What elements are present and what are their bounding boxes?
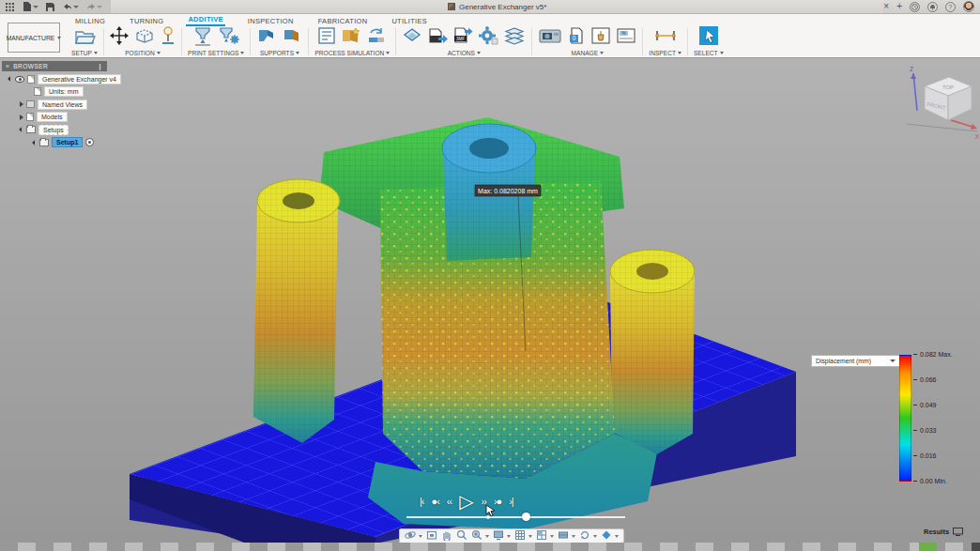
group-print-settings-label[interactable]: PRINT SETTINGS [188,50,244,56]
undo-button[interactable] [62,2,79,12]
select-tool-icon[interactable] [698,25,719,50]
notification-bell-icon[interactable] [927,2,938,12]
group-supports-label[interactable]: SUPPORTS [260,50,299,56]
user-avatar[interactable] [963,1,974,12]
look-at-icon[interactable] [426,528,437,543]
tree-row-named-views[interactable]: Named Views [2,99,180,110]
simulation-display-caret-icon[interactable] [615,535,619,538]
grid-snaps-caret-icon[interactable] [528,535,532,538]
setups-label[interactable]: Setups [38,125,69,135]
group-manage-label[interactable]: MANAGE [572,50,605,56]
pan-icon[interactable] [441,528,452,543]
orbit-caret-icon[interactable] [419,535,422,538]
refresh-icon[interactable] [579,528,590,543]
machine-display-caret-icon[interactable] [572,535,575,538]
support-generate-icon[interactable] [256,26,277,49]
generate-icon[interactable] [402,26,422,49]
save-button[interactable] [45,2,55,12]
redo-button[interactable] [85,2,102,12]
tree-row-setup1[interactable]: Setup1 [2,137,180,147]
group-inspect-label[interactable]: INSPECT [649,50,681,56]
new-tab-button[interactable]: + [896,2,902,11]
task-manager-icon[interactable]: % [616,26,636,49]
browser-pin-icon[interactable]: ❙ [98,63,103,70]
workspace-selector[interactable]: MANUFACTURE [8,23,60,53]
layers-icon[interactable] [503,26,526,49]
units-label[interactable]: Units: mm [44,86,84,97]
active-setup-radio-icon[interactable] [85,138,94,146]
tab-fabrication[interactable]: FABRICATION [316,15,370,26]
collapse-icon[interactable] [20,115,23,120]
viewport-canvas[interactable]: Max: 0.0820208 mm « BROWSER ❙ Generative… [0,58,980,543]
visibility-eye-icon[interactable] [15,76,24,83]
support-edit-icon[interactable] [282,26,302,49]
tab-milling[interactable]: MILLING [73,15,107,26]
simulation-display-icon[interactable] [601,528,612,543]
expand-icon[interactable] [8,76,13,82]
close-tab-button[interactable]: × [883,2,889,11]
tab-inspection[interactable]: INSPECTION [246,15,296,26]
zoom-icon[interactable] [456,528,467,543]
display-settings-caret-icon[interactable] [507,535,511,538]
machine-library-icon[interactable] [538,26,562,49]
settings-gear-icon[interactable] [478,26,498,49]
tree-row-root[interactable]: Generative Exchanger v4 [2,74,180,84]
simulation-sync-icon[interactable] [366,26,387,49]
root-component-label[interactable]: Generative Exchanger v4 [38,74,121,84]
expand-icon[interactable] [32,140,38,145]
probe-icon[interactable] [161,25,176,50]
grid-snaps-icon[interactable] [514,528,526,543]
scrubber-handle[interactable] [522,513,530,521]
tree-row-models[interactable]: Models [2,112,180,122]
named-views-label[interactable]: Named Views [38,99,87,110]
job-status-icon[interactable] [910,2,920,12]
go-to-end-button[interactable]: ›| [509,497,513,507]
expand-icon[interactable] [19,127,24,132]
tree-row-setups[interactable]: Setups [2,125,180,135]
print-setting-icon[interactable] [192,25,213,50]
tree-row-units[interactable]: Units: mm [2,86,180,97]
print-settings-library-icon[interactable]: 0 [567,26,586,49]
print-setting-edit-icon[interactable] [218,25,240,50]
post-library-icon[interactable] [590,26,611,49]
orbit-icon[interactable] [405,528,416,543]
fit-icon[interactable] [471,528,482,543]
new-setup-icon[interactable] [73,26,96,49]
browser-header[interactable]: « BROWSER ❙ [2,61,107,71]
legend-field-selector[interactable]: Displacement (mm) [811,355,900,367]
fit-caret-icon[interactable] [485,535,489,538]
tab-additive[interactable]: ADDITIVE [186,13,224,26]
export-icon[interactable] [427,26,448,49]
tab-utilities[interactable]: UTILITIES [390,15,429,26]
viewports-icon[interactable] [536,528,547,543]
app-grid-icon[interactable] [5,2,15,12]
display-settings-icon[interactable] [493,528,504,543]
go-to-start-button[interactable]: |‹ [420,497,424,507]
export-3mf-icon[interactable]: 3MF [452,26,473,49]
viewcube[interactable]: TOP FRONT Z X [904,66,979,143]
document-tab[interactable]: Generative Exchanger v5* [111,0,883,13]
machine-bed-icon[interactable] [133,26,156,49]
results-toggle[interactable]: Results [924,528,963,536]
timeline-scrubber[interactable] [406,516,625,518]
machine-display-icon[interactable] [558,528,569,543]
viewports-caret-icon[interactable] [550,535,554,538]
play-button[interactable]: ▷ [459,492,473,511]
move-icon[interactable] [110,26,129,49]
setup1-label[interactable]: Setup1 [52,137,83,147]
refresh-caret-icon[interactable] [593,535,597,538]
simulation-study-icon[interactable] [341,26,361,49]
rewind-button[interactable]: ‹‹ [447,497,452,507]
group-setup-label[interactable]: SETUP [71,50,98,56]
group-process-simulation-label[interactable]: PROCESS SIMULATION [314,50,390,56]
help-icon[interactable]: ? [945,2,956,12]
file-menu[interactable] [22,2,38,12]
models-label[interactable]: Models [37,112,68,122]
simulation-settings-icon[interactable] [317,26,336,49]
group-select-label[interactable]: SELECT [694,50,724,56]
collapse-browser-icon[interactable]: « [6,63,9,69]
step-back-button[interactable]: ●‹ [432,497,439,507]
group-actions-label[interactable]: ACTIONS [448,50,481,56]
measure-icon[interactable] [653,27,678,48]
collapse-icon[interactable] [20,101,23,107]
